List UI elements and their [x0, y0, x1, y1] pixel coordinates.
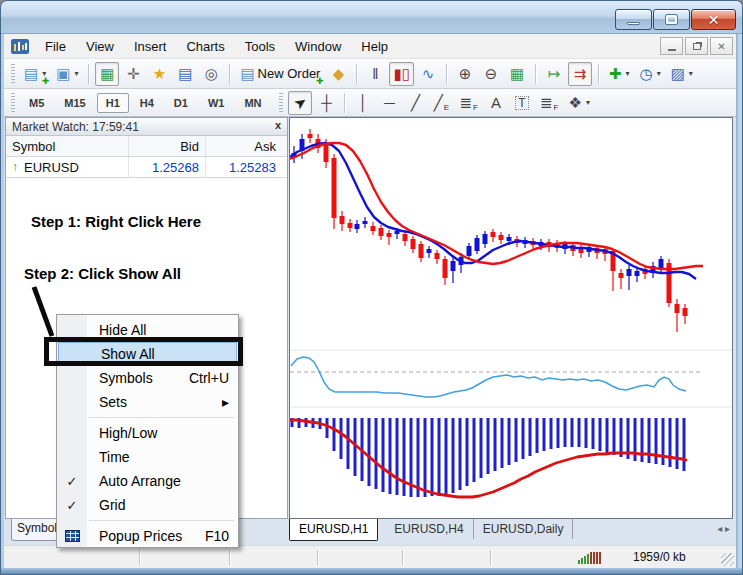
menu-view[interactable]: View: [76, 35, 124, 58]
periods-dropdown-icon[interactable]: ▾: [657, 69, 661, 78]
menu-item-time[interactable]: Time: [57, 445, 238, 469]
metaeditor-button[interactable]: ◆: [326, 62, 350, 86]
chart-window[interactable]: [289, 117, 733, 519]
text-button[interactable]: A: [484, 91, 508, 115]
market-watch-button[interactable]: ▦: [95, 62, 119, 86]
menu-shortcut: F10: [205, 528, 229, 544]
chart-bars-button[interactable]: ‖: [363, 62, 387, 86]
zoom-in-icon: ⊕: [459, 66, 472, 81]
timeframe-d1[interactable]: D1: [165, 93, 197, 113]
column-symbol[interactable]: Symbol: [6, 136, 129, 156]
child-restore-icon: [693, 43, 701, 50]
periods-button[interactable]: ◷▾: [636, 62, 665, 86]
menu-item-grid[interactable]: ✓Grid: [57, 493, 238, 517]
market-watch-header[interactable]: Market Watch: 17:59:41 x: [6, 118, 287, 136]
maximize-button[interactable]: [653, 9, 690, 30]
menu-tools[interactable]: Tools: [235, 35, 285, 58]
equidistant-channel-button[interactable]: ╱E: [429, 91, 453, 115]
toolbar-grip[interactable]: [11, 64, 15, 84]
menu-item-label: Hide All: [99, 322, 146, 338]
close-button[interactable]: ✕: [691, 9, 736, 30]
new-chart-button[interactable]: ▤✚▾: [20, 62, 50, 86]
menu-item-auto-arrange[interactable]: ✓Auto Arrange: [57, 469, 238, 493]
navigator-icon: ★: [153, 66, 166, 81]
tile-windows-button[interactable]: ▦: [505, 62, 529, 86]
column-bid[interactable]: Bid: [129, 136, 206, 156]
column-ask[interactable]: Ask: [206, 136, 282, 156]
menu-item-label: Symbols: [99, 370, 153, 386]
indicators-dropdown-icon[interactable]: ▾: [626, 69, 630, 78]
timeframe-m5[interactable]: M5: [20, 93, 53, 113]
indicators-button[interactable]: ✚▾: [605, 62, 634, 86]
bid-value: 1.25268: [129, 157, 206, 177]
timeframe-mn[interactable]: MN: [235, 93, 270, 113]
menu-charts[interactable]: Charts: [176, 35, 234, 58]
new-order-icon: ▤: [240, 66, 254, 81]
trendline-button[interactable]: ╱: [403, 91, 427, 115]
profiles-icon: ▣: [56, 66, 70, 81]
toolbar-grip[interactable]: [279, 93, 283, 113]
text-label-button[interactable]: T: [510, 91, 534, 115]
timeframe-h4[interactable]: H4: [131, 93, 163, 113]
crosshair-button[interactable]: ┼: [314, 91, 338, 115]
navigator-button[interactable]: ★: [147, 62, 171, 86]
resize-grip[interactable]: [721, 553, 734, 566]
toolbar-grip[interactable]: [11, 93, 15, 113]
cursor-button[interactable]: ➤: [288, 91, 312, 115]
chart-tab-bar: EURUSD,H1EURUSD,H4EURUSD,Daily◂ ▸: [289, 519, 734, 543]
menu-item-sets[interactable]: Sets▸: [57, 390, 238, 414]
profiles-button[interactable]: ▣▾: [52, 62, 82, 86]
minimize-button[interactable]: [615, 9, 652, 30]
fibo-expansion-button[interactable]: ≣F: [536, 91, 562, 115]
child-close-button[interactable]: ✕: [710, 37, 733, 55]
chart-candles-button[interactable]: ▮▯: [389, 62, 414, 86]
timeframe-w1[interactable]: W1: [199, 93, 234, 113]
window-frame-right: [736, 34, 743, 569]
menu-item-high-low[interactable]: High/Low: [57, 421, 238, 445]
strategy-tester-button[interactable]: ◎: [199, 62, 223, 86]
templates-button[interactable]: ▨▾: [667, 62, 697, 86]
metaeditor-icon: ◆: [333, 66, 345, 81]
menu-separator: [57, 517, 238, 524]
mt4-window: ✕ FileViewInsertChartsToolsWindowHelp ✕ …: [0, 0, 743, 575]
menu-item-label: Grid: [99, 497, 125, 513]
timeframe-m15[interactable]: M15: [55, 93, 94, 113]
fibonacci-button[interactable]: ≣F: [455, 91, 481, 115]
arrows-tool-dropdown-icon[interactable]: ▾: [586, 98, 590, 107]
menu-file[interactable]: File: [35, 35, 76, 58]
child-restore-button[interactable]: [685, 37, 708, 55]
chart-shift-button[interactable]: ⇉: [568, 62, 592, 86]
vertical-line-button[interactable]: │: [351, 91, 375, 115]
tab-scroll-arrows[interactable]: ◂ ▸: [713, 519, 734, 538]
new-order-button[interactable]: ▤✚New Order: [236, 62, 324, 86]
profiles-dropdown-icon[interactable]: ▾: [74, 69, 78, 78]
arrows-tool-button[interactable]: ❖▾: [564, 91, 593, 115]
child-minimize-button[interactable]: [660, 37, 683, 55]
chart-line-button[interactable]: ∿: [416, 62, 440, 86]
chart-tab-eurusd-daily[interactable]: EURUSD,Daily: [474, 519, 574, 539]
terminal-button[interactable]: ▤: [173, 62, 197, 86]
menu-item-symbols[interactable]: SymbolsCtrl+U: [57, 366, 238, 390]
menu-item-popup-prices[interactable]: Popup PricesF10: [57, 524, 238, 548]
menu-help[interactable]: Help: [351, 35, 398, 58]
chart-tab-eurusd-h4[interactable]: EURUSD,H4: [385, 519, 473, 539]
chart-tab-eurusd-h1[interactable]: EURUSD,H1: [289, 519, 378, 541]
title-bar[interactable]: ✕: [1, 1, 743, 34]
price-chart: [290, 118, 732, 518]
horizontal-line-button[interactable]: ─: [377, 91, 401, 115]
zoom-in-button[interactable]: ⊕: [453, 62, 477, 86]
timeframe-h1[interactable]: H1: [97, 93, 129, 113]
auto-scroll-button[interactable]: ↦: [542, 62, 566, 86]
market-watch-row[interactable]: ↑EURUSD1.252681.25283: [6, 157, 287, 178]
menu-separator: [57, 414, 238, 421]
menu-insert[interactable]: Insert: [124, 35, 177, 58]
zoom-out-button[interactable]: ⊖: [479, 62, 503, 86]
menu-item-label: High/Low: [99, 425, 157, 441]
templates-dropdown-icon[interactable]: ▾: [689, 69, 693, 78]
toolbar-separator: [356, 64, 357, 84]
toolbar-separator: [598, 64, 599, 84]
data-window-button[interactable]: ✛: [121, 62, 145, 86]
menu-window[interactable]: Window: [285, 35, 351, 58]
market-watch-close-icon[interactable]: x: [275, 119, 281, 131]
toolbar-separator: [535, 64, 536, 84]
